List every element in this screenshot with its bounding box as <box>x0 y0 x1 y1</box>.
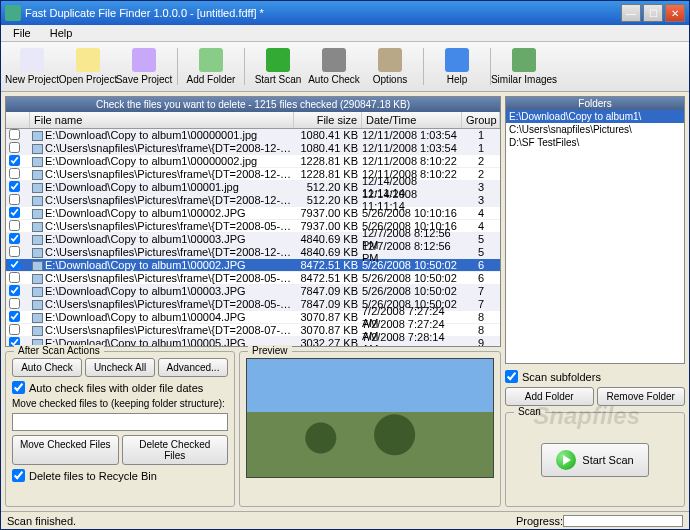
row-checkbox[interactable] <box>9 233 20 244</box>
row-checkbox[interactable] <box>9 129 20 140</box>
help-btn[interactable]: Help <box>430 46 484 87</box>
start-scan[interactable]: Start Scan <box>251 46 305 87</box>
folders-panel: Folders E:\Download\Copy to album1\C:\Us… <box>505 96 685 364</box>
app-icon <box>5 5 21 21</box>
help-btn-icon <box>445 48 469 72</box>
row-checkbox[interactable] <box>9 246 20 257</box>
file-icon <box>32 326 43 336</box>
file-icon <box>32 235 43 245</box>
status-text: Scan finished. <box>7 515 76 527</box>
close-button[interactable]: ✕ <box>665 4 685 22</box>
file-icon <box>32 170 43 180</box>
minimize-button[interactable]: — <box>621 4 641 22</box>
row-checkbox[interactable] <box>9 259 20 270</box>
row-checkbox[interactable] <box>9 324 20 335</box>
menu-file[interactable]: File <box>5 25 39 41</box>
file-icon <box>32 248 43 258</box>
save-project-icon <box>132 48 156 72</box>
scan-panel: Scan Start Scan <box>505 412 685 507</box>
row-checkbox[interactable] <box>9 181 20 192</box>
table-row[interactable]: E:\Download\Copy to album1\00002.JPG8472… <box>6 259 500 272</box>
table-row[interactable]: E:\Download\Copy to album1\00000001.jpg1… <box>6 129 500 142</box>
folder-item[interactable]: C:\Users\snapfiles\Pictures\ <box>506 123 684 136</box>
menubar: File Help <box>1 25 689 42</box>
row-checkbox[interactable] <box>9 220 20 231</box>
file-icon <box>32 131 43 141</box>
maximize-button[interactable]: ☐ <box>643 4 663 22</box>
col-datetime[interactable]: Date/Time <box>362 112 462 128</box>
col-filename[interactable]: File name <box>30 112 294 128</box>
save-project[interactable]: Save Project <box>117 46 171 87</box>
similar-images[interactable]: Similar Images <box>497 46 551 87</box>
file-icon <box>32 261 43 271</box>
after-scan-actions: After Scan Actions Auto Check Uncheck Al… <box>5 351 235 507</box>
menu-help[interactable]: Help <box>42 25 81 41</box>
row-checkbox[interactable] <box>9 285 20 296</box>
auto-check[interactable]: Auto Check <box>307 46 361 87</box>
file-icon <box>32 157 43 167</box>
file-icon <box>32 222 43 232</box>
file-icon <box>32 144 43 154</box>
chk-older-dates[interactable] <box>12 381 25 394</box>
col-filesize[interactable]: File size <box>294 112 362 128</box>
table-header: Check the files you want to delete - 121… <box>6 97 500 112</box>
delete-checked-button[interactable]: Delete Checked Files <box>122 435 229 465</box>
table-row[interactable]: C:\Users\snapfiles\Pictures\frame\{DT=20… <box>6 194 500 207</box>
toolbar: New ProjectOpen ProjectSave ProjectAdd F… <box>1 42 689 92</box>
row-checkbox[interactable] <box>9 194 20 205</box>
preview-panel: Preview <box>239 351 501 507</box>
results-table: Check the files you want to delete - 121… <box>5 96 501 347</box>
add-folder[interactable]: Add Folder <box>184 46 238 87</box>
play-icon <box>556 450 576 470</box>
row-checkbox[interactable] <box>9 311 20 322</box>
folder-item[interactable]: E:\Download\Copy to album1\ <box>506 110 684 123</box>
row-checkbox[interactable] <box>9 168 20 179</box>
move-label: Move checked files to (keeping folder st… <box>12 398 228 409</box>
col-check[interactable] <box>6 112 30 128</box>
table-row[interactable]: C:\Users\snapfiles\Pictures\frame\{DT=20… <box>6 246 500 259</box>
uncheck-all-button[interactable]: Uncheck All <box>85 358 155 377</box>
new-project-icon <box>20 48 44 72</box>
row-checkbox[interactable] <box>9 207 20 218</box>
file-icon <box>32 183 43 193</box>
row-checkbox[interactable] <box>9 272 20 283</box>
auto-check-button[interactable]: Auto Check <box>12 358 82 377</box>
add-folder-icon <box>199 48 223 72</box>
progress-label: Progress: <box>516 515 563 527</box>
status-bar: Scan finished. Progress: <box>1 511 689 529</box>
add-folder-button[interactable]: Add Folder <box>505 387 594 406</box>
auto-check-icon <box>322 48 346 72</box>
table-row[interactable]: C:\Users\snapfiles\Pictures\frame\{DT=20… <box>6 142 500 155</box>
file-icon <box>32 196 43 206</box>
new-project[interactable]: New Project <box>5 46 59 87</box>
preview-image <box>246 358 494 478</box>
table-row[interactable]: E:\Download\Copy to album1\00002.JPG7937… <box>6 207 500 220</box>
table-row[interactable]: C:\Users\snapfiles\Pictures\frame\{DT=20… <box>6 272 500 285</box>
row-checkbox[interactable] <box>9 155 20 166</box>
open-project[interactable]: Open Project <box>61 46 115 87</box>
remove-folder-button[interactable]: Remove Folder <box>597 387 686 406</box>
col-group[interactable]: Group <box>462 112 500 128</box>
start-scan-button[interactable]: Start Scan <box>541 443 648 477</box>
table-row[interactable]: E:\Download\Copy to album1\00003.JPG7847… <box>6 285 500 298</box>
move-path-input[interactable] <box>12 413 228 431</box>
window-title: Fast Duplicate File Finder 1.0.0.0 - [un… <box>25 7 621 19</box>
file-icon <box>32 300 43 310</box>
chk-scan-subfolders[interactable] <box>505 370 518 383</box>
move-checked-button[interactable]: Move Checked Files <box>12 435 119 465</box>
row-checkbox[interactable] <box>9 298 20 309</box>
advanced-button[interactable]: Advanced... <box>158 358 228 377</box>
titlebar: Fast Duplicate File Finder 1.0.0.0 - [un… <box>1 1 689 25</box>
file-icon <box>32 274 43 284</box>
row-checkbox[interactable] <box>9 142 20 153</box>
chk-recycle-bin[interactable] <box>12 469 25 482</box>
file-icon <box>32 287 43 297</box>
start-scan-icon <box>266 48 290 72</box>
options[interactable]: Options <box>363 46 417 87</box>
table-row[interactable]: E:\Download\Copy to album1\00000002.jpg1… <box>6 155 500 168</box>
progress-bar <box>563 515 683 527</box>
folder-item[interactable]: D:\SF TestFiles\ <box>506 136 684 149</box>
options-icon <box>378 48 402 72</box>
similar-images-icon <box>512 48 536 72</box>
open-project-icon <box>76 48 100 72</box>
